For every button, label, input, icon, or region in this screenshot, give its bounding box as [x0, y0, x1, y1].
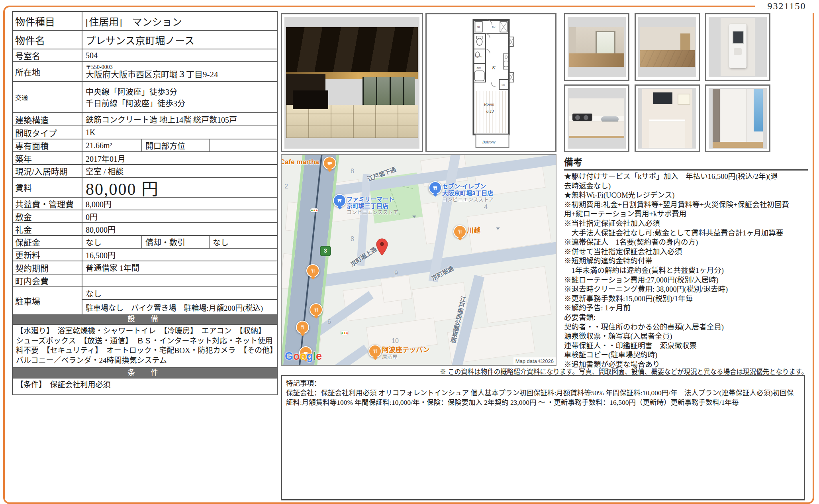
food-pin-icon — [453, 225, 466, 238]
row-neighborhood-fee: 町内会費 — [13, 275, 277, 287]
intercom-speaker — [734, 48, 742, 55]
small-window — [678, 94, 690, 105]
lobby-tile-floor — [286, 105, 418, 138]
remarks-body: ★駆け付けサービス「kサポ」加入 年払い16,500円(税込/2年)(退去時返金… — [564, 172, 808, 369]
door-edge — [713, 89, 720, 148]
row-renewal-fee: 更新料16,500円 — [13, 249, 277, 261]
row-value-built-year: 2017年01月 — [82, 152, 277, 164]
open-door — [680, 33, 690, 52]
photo-closet-hall — [705, 84, 770, 152]
row-value-common-fee: 8,000円 — [82, 198, 277, 210]
photo-entrance-lobby — [281, 13, 423, 152]
row-label-renewal-fee: 更新料 — [13, 249, 82, 261]
remarks-line: ※当社指定保証会社加入必須 — [564, 219, 808, 229]
remarks-line: 契約者・・現住所のわかる公的書類(入居者全員) — [564, 323, 808, 332]
conditions-text: 【条件】 保証会社利用必須 — [13, 378, 277, 394]
row-key-money: 礼金80,000円 — [13, 223, 277, 236]
row-value-neighborhood-fee — [82, 275, 277, 286]
photo-frame — [284, 17, 419, 149]
remarks-line: ★駆け付けサービス「kサポ」加入 年払い16,500円(税込/2年)(退 — [564, 172, 808, 182]
remarks-line: ※退去時クリーニング費用: 38,000円(税別/退去時) — [564, 285, 808, 294]
remarks-line: ※併せて当社指定保証会社加入必須 — [564, 247, 808, 257]
photo-room-window — [564, 13, 629, 81]
road-arrow-icon — [496, 227, 500, 230]
lobby-ceiling — [286, 27, 418, 74]
row-property-name: 物件名プレサンス京町堀ノース — [13, 31, 277, 49]
food-pin-icon — [368, 345, 382, 358]
poi-label: セブン-イレブン大阪京町堀3丁目店コンビニエンスストア — [442, 183, 494, 202]
row-address: 所在地〒550-0003大阪府大阪市西区京町堀３丁目9-24 — [13, 62, 277, 82]
poi-label: ファミリーマート京町堀三丁目店コンビニエンスストア — [347, 196, 398, 215]
floorplan-drawing: SB Ent Lavatory Bath K Clo Room 6.1J Bal… — [468, 16, 514, 150]
floorplan-label-room-size: 6.1J — [486, 108, 494, 113]
remarks-line: ※初期費用:礼金+日割賃料等+翌月賃料等+火災保険+保証会社初回費 — [564, 200, 808, 210]
photo-kitchen-stove — [564, 84, 629, 152]
cafe-pin-icon — [323, 157, 336, 170]
row-label-property-type: 物件種目 — [13, 12, 82, 30]
equipment-text: 【水廻り】 浴室乾燥機・シャワートイレ 【冷暖房】 エアコン 【収納】 シューズ… — [13, 325, 277, 368]
row-label-parking: 駐車場 — [13, 287, 82, 314]
row-label-common-fee: 共益費・管理費 — [13, 198, 82, 210]
burner — [584, 115, 588, 120]
conditions-header: 条 件 — [13, 368, 277, 378]
map-block-number: 8 — [351, 235, 354, 243]
store-pin-icon — [333, 194, 346, 207]
remarks-line: 必要書類: — [564, 313, 808, 323]
row-label-contract-period: 契約期間 — [13, 261, 82, 274]
wood-floor — [569, 53, 624, 67]
row-property-type: 物件種目[住居用] マンション — [13, 12, 277, 31]
cabinet — [569, 122, 624, 136]
row-cell-floor-area-2 — [210, 139, 277, 151]
food-pin-icon — [296, 321, 309, 334]
row-value-structure: 鉄筋コンクリート造 地上14階 総戸数105戸 — [82, 113, 277, 126]
floorplan-label-lavatory: Lavatory — [474, 55, 482, 57]
row-label-guarantee-money: 保証金 — [13, 236, 82, 248]
photo-room-empty — [635, 13, 700, 81]
remarks-line: ★無料Wi-Fi(UCOM光レジデンス) — [564, 191, 808, 200]
floor-strip — [569, 136, 624, 138]
row-cell-guarantee-money-0: なし — [82, 236, 142, 248]
row-value-contract-period: 普通借家 1年間 — [82, 261, 277, 274]
remarks-line: 源泉徴収票・顔写真(入居者全員) — [564, 332, 808, 341]
row-access: 交通中央線「阿波座」徒歩3分千日前線「阿波座」徒歩3分 — [13, 82, 277, 113]
remarks-line: 車検証コピー(駐車場契約時) — [564, 351, 808, 360]
traffic-light-icon — [310, 208, 318, 212]
floorplan-label-ent: Ent — [492, 26, 496, 28]
remarks-line: ※鍵ローテーション費用:27,000円(税別/入居時) — [564, 276, 808, 285]
property-table: 物件種目[住居用] マンション物件名プレサンス京町堀ノース号室名504所在地〒5… — [12, 11, 278, 395]
row-label-structure: 建築構造 — [13, 113, 82, 126]
row-value-renewal-fee: 16,500円 — [82, 249, 277, 261]
row-guarantee-money: 保証金なし償却・敷引なし — [13, 236, 277, 249]
row-contract-period: 契約期間普通借家 1年間 — [13, 261, 277, 275]
row-value-key-money: 80,000円 — [82, 223, 277, 235]
row-common-fee: 共益費・管理費8,000円 — [13, 198, 277, 210]
map-block-number: 2 — [284, 183, 288, 190]
special-notes-body: 保証会社：保証会社利用必須 オリコフォレントインシュア 個人基本プラン初回保証料… — [286, 388, 800, 407]
poi-label: 川越 — [467, 227, 480, 235]
row-value-room-number: 504 — [82, 49, 277, 61]
room-left-wall — [569, 27, 576, 53]
remarks-line: 大手法人保証会社なし可:敷金として賃料共益費合計1ヶ月加算要 — [564, 229, 808, 238]
remarks-line: 1年未満の解約は違約金(賃料と共益費1ヶ月分) — [564, 266, 808, 276]
row-value-rent: 80,000 円 — [82, 178, 277, 197]
remarks-line: ※更新事務手数料:15,000円(税別)/1年毎 — [564, 294, 808, 304]
traffic-light-icon — [341, 331, 349, 335]
row-label-access: 交通 — [13, 82, 82, 112]
remarks-line: ※解約予告: 1ヶ月前 — [564, 304, 808, 313]
row-label-layout-type: 間取タイプ — [13, 126, 82, 139]
range-hood — [653, 92, 672, 104]
remarks-line: 去時返金なし) — [564, 182, 808, 191]
map-building-block — [481, 266, 551, 323]
special-notes-box: 特記事項： 保証会社：保証会社利用必須 オリコフォレントインシュア 個人基本プラ… — [281, 375, 805, 500]
google-logo: Google — [285, 350, 322, 363]
food-pin-icon — [310, 303, 323, 316]
lobby-photo — [286, 27, 418, 138]
floorplan-label-k: K — [492, 64, 496, 70]
remarks-line: ※短期解約違約金特約付帯 — [564, 257, 808, 266]
row-value-deposit: 0円 — [82, 210, 277, 222]
floorplan-label-sb: SB — [477, 26, 480, 28]
row-layout-type: 間取タイプ1K — [13, 126, 277, 139]
wood-floor — [640, 50, 695, 67]
row-cell-floor-area-0: 21.66m² — [82, 139, 142, 151]
cabinets — [649, 122, 686, 148]
